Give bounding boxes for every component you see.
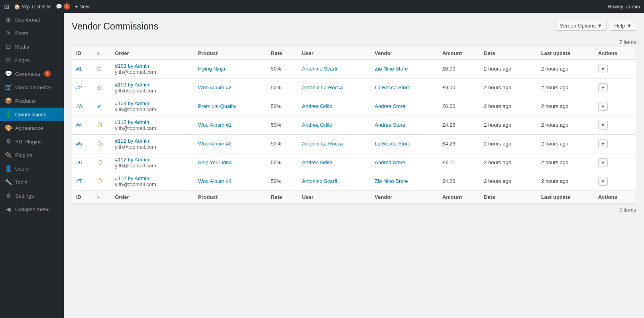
order-link-2[interactable]: #104 by Admin	[115, 100, 149, 106]
sidebar-item-settings[interactable]: ⚙ Settings	[0, 189, 64, 202]
plugins-icon: 🔌	[5, 151, 12, 159]
vendor-link-6[interactable]: Zio Nino Store	[375, 178, 408, 184]
cell-vendor-5: Andrea Store	[371, 153, 438, 172]
cell-rate-3: 50%	[267, 116, 298, 134]
sidebar-item-products[interactable]: 📦 Products	[0, 94, 64, 108]
vendor-link-0[interactable]: Zio Nino Store	[375, 66, 408, 72]
screen-options-button[interactable]: Screen Options ▼	[556, 21, 607, 31]
sidebar-item-media[interactable]: ⊟ Media	[0, 40, 64, 53]
vendor-link-5[interactable]: Andrea Store	[375, 159, 405, 165]
product-link-5[interactable]: Ship Your Idea	[198, 159, 232, 165]
user-link-4[interactable]: Antonio La Rocca	[302, 141, 343, 147]
table-row: #2 ⊖ #103 by Admin yith@topmail.com Woo …	[72, 78, 636, 97]
sidebar-item-woocommerce[interactable]: 🛒 WooCommerce	[0, 80, 64, 94]
comments-menu-item[interactable]: 💬 1	[56, 3, 70, 10]
product-link-3[interactable]: Woo Album #1	[198, 122, 232, 128]
product-link-0[interactable]: Flying Ninja	[198, 66, 225, 72]
cell-lastupdate-3: 2 hours ago	[537, 116, 594, 134]
actions-button-3[interactable]: ▾	[598, 121, 608, 130]
screen-meta: Screen Options ▼ Help ▼	[556, 21, 636, 31]
new-item-button[interactable]: + New	[75, 4, 90, 10]
cell-lastupdate-1: 2 hours ago	[537, 78, 594, 97]
user-link-2[interactable]: Andrea Grillo	[302, 103, 332, 109]
yit-plugins-icon: ⚙	[5, 138, 12, 145]
commission-id-link-6[interactable]: #7	[76, 178, 82, 184]
sidebar-item-posts[interactable]: ✎ Posts	[0, 26, 64, 40]
sidebar-item-pages[interactable]: ⊡ Pages	[0, 53, 64, 67]
cell-date-2: 2 hours ago	[480, 97, 537, 116]
sidebar-item-comments[interactable]: 💬 Comments 1	[0, 67, 64, 80]
chevron-down-icon: ▼	[597, 23, 603, 29]
order-email-0: yith@topmail.com	[115, 69, 156, 75]
order-link-0[interactable]: #103 by Admin	[115, 63, 149, 69]
cell-user-0: Antonino Scarfì	[298, 59, 371, 78]
table-row: #6 ⏱ #112 by Admin yith@topmail.com Ship…	[72, 153, 636, 172]
actions-button-0[interactable]: ▾	[598, 65, 608, 73]
commission-id-link-4[interactable]: #5	[76, 141, 82, 147]
user-link-5[interactable]: Andrea Grillo	[302, 159, 332, 165]
commission-id-link-3[interactable]: #4	[76, 122, 82, 128]
order-email-2: yith@topmail.com	[115, 106, 156, 112]
sidebar-item-appearance[interactable]: 🎨 Appearance	[0, 121, 64, 135]
actions-button-1[interactable]: ▾	[598, 83, 608, 92]
actions-button-5[interactable]: ▾	[598, 158, 608, 167]
order-link-4[interactable]: #112 by Admin	[115, 138, 149, 144]
user-link-3[interactable]: Andrea Grillo	[302, 122, 332, 128]
product-link-4[interactable]: Woo Album #2	[198, 141, 232, 147]
cell-rate-5: 50%	[267, 153, 298, 172]
col-header-order: Order	[111, 47, 194, 59]
sidebar-item-commissions[interactable]: 💲 Commissions	[0, 108, 64, 121]
cell-date-4: 2 hours ago	[480, 134, 537, 153]
order-link-1[interactable]: #103 by Admin	[115, 82, 149, 88]
order-email-5: yith@topmail.com	[115, 163, 156, 169]
product-link-1[interactable]: Woo Album #2	[198, 84, 232, 90]
sidebar-item-label: WooCommerce	[15, 84, 51, 90]
sidebar-item-yit-plugins[interactable]: ⚙ YIT Plugins	[0, 135, 64, 148]
cell-status-2: ✔	[93, 97, 111, 116]
order-link-5[interactable]: #112 by Admin	[115, 157, 149, 163]
cell-user-2: Andrea Grillo	[298, 97, 371, 116]
user-link-6[interactable]: Antonino Scarfì	[302, 178, 338, 184]
user-link-0[interactable]: Antonino Scarfì	[302, 66, 338, 72]
order-link-3[interactable]: #112 by Admin	[115, 119, 149, 125]
help-button[interactable]: Help ▼	[610, 21, 636, 31]
cell-vendor-3: Andrea Store	[371, 116, 438, 134]
cell-actions-4: ▾	[594, 134, 636, 153]
cell-order-4: #112 by Admin yith@topmail.com	[111, 134, 194, 153]
order-link-6[interactable]: #112 by Admin	[115, 175, 149, 181]
actions-button-4[interactable]: ▾	[598, 139, 608, 148]
commission-id-link-5[interactable]: #6	[76, 159, 82, 165]
sidebar-item-tools[interactable]: 🔧 Tools	[0, 175, 64, 189]
col-header-id: ID	[72, 47, 93, 59]
actions-button-6[interactable]: ▾	[598, 177, 608, 186]
product-link-6[interactable]: Woo Album #4	[198, 178, 232, 184]
cell-status-5: ⏱	[93, 153, 111, 172]
cell-id-1: #2	[72, 78, 93, 97]
commission-id-link-0[interactable]: #1	[76, 66, 82, 72]
chevron-down-icon: ▼	[626, 23, 632, 29]
vendor-link-1[interactable]: La Rocca Store	[375, 84, 410, 90]
cell-amount-1: £9.00	[438, 78, 480, 97]
items-count-top: 7 items	[72, 39, 636, 45]
sidebar-item-collapse[interactable]: ◀ Collapse menu	[0, 202, 64, 216]
vendor-link-4[interactable]: La Rocca Store	[375, 141, 410, 147]
sidebar-item-plugins[interactable]: 🔌 Plugins	[0, 148, 64, 162]
commission-id-link-1[interactable]: #2	[76, 84, 82, 90]
actions-button-2[interactable]: ▾	[598, 102, 608, 111]
site-name[interactable]: 🏠 Wp Test Site	[14, 4, 51, 10]
product-link-2[interactable]: Premium Quality	[198, 103, 236, 109]
col-header-lastupdate: Last update	[537, 47, 594, 59]
cell-actions-3: ▾	[594, 116, 636, 134]
sidebar-item-label: Tools	[15, 179, 27, 185]
order-email-3: yith@topmail.com	[115, 125, 156, 131]
commission-id-link-2[interactable]: #3	[76, 103, 82, 109]
cell-rate-4: 50%	[267, 134, 298, 153]
vendor-link-2[interactable]: Andrea Store	[375, 103, 405, 109]
sidebar-item-users[interactable]: 👤 Users	[0, 162, 64, 175]
cell-amount-6: £4.26	[438, 172, 480, 190]
cell-rate-6: 50%	[267, 172, 298, 190]
user-link-1[interactable]: Antonio La Rocca	[302, 84, 343, 90]
sidebar-item-dashboard[interactable]: ⊞ Dashboard	[0, 13, 64, 26]
col-footer-actions: Actions	[594, 190, 636, 203]
vendor-link-3[interactable]: Andrea Store	[375, 122, 405, 128]
